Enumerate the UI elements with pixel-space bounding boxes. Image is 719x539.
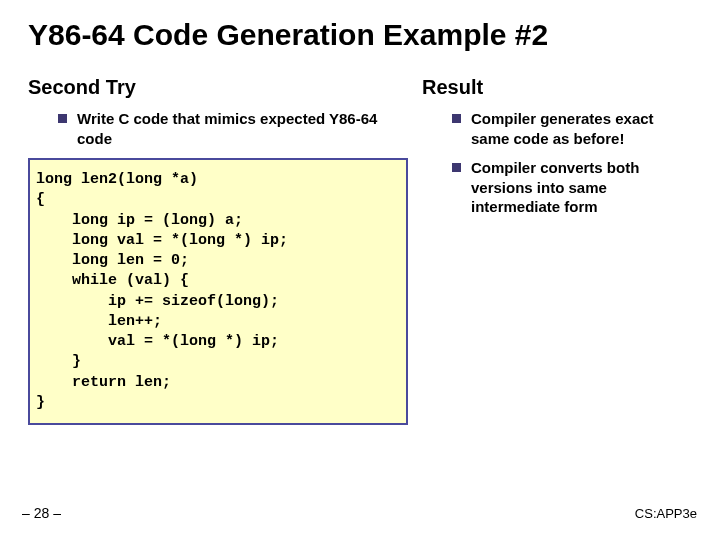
list-item: Write C code that mimics expected Y86-64… [58,109,398,148]
bullet-icon [452,114,461,123]
code-box: long len2(long *a) { long ip = (long) a;… [28,158,408,425]
bullet-text: Compiler generates exact same code as be… [471,109,691,148]
right-heading: Result [422,76,691,99]
left-column: Second Try Write C code that mimics expe… [28,76,398,425]
content-columns: Second Try Write C code that mimics expe… [28,76,691,425]
bullet-text: Write C code that mimics expected Y86-64… [77,109,398,148]
left-heading: Second Try [28,76,398,99]
list-item: Compiler generates exact same code as be… [452,109,691,148]
page-number: – 28 – [22,505,61,521]
code-content: long len2(long *a) { long ip = (long) a;… [36,170,400,413]
bullet-icon [58,114,67,123]
bullet-text: Compiler converts both versions into sam… [471,158,691,217]
right-column: Result Compiler generates exact same cod… [422,76,691,425]
footer-label: CS:APP3e [635,506,697,521]
slide-title: Y86-64 Code Generation Example #2 [28,18,691,52]
bullet-icon [452,163,461,172]
list-item: Compiler converts both versions into sam… [452,158,691,217]
